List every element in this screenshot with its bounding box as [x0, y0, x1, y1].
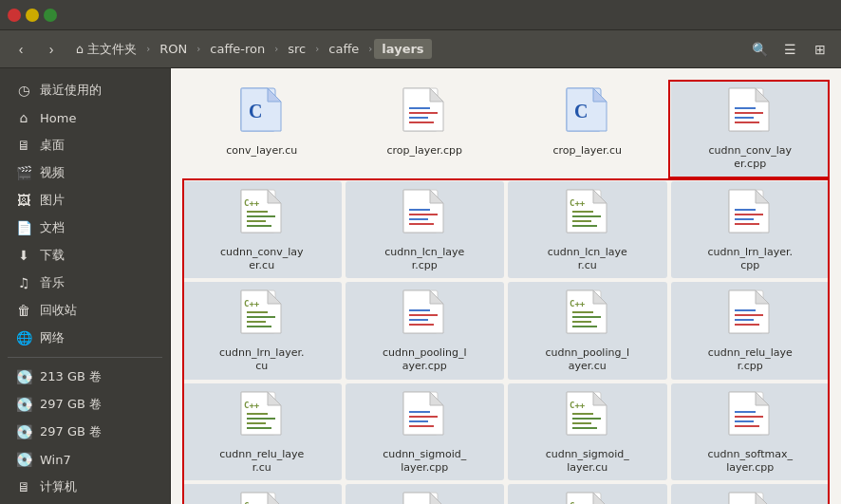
- sidebar-item-music[interactable]: ♫ 音乐: [4, 270, 166, 296]
- sidebar-item-win7[interactable]: 💽 Win7: [4, 446, 166, 473]
- breadcrumb-sep-1: ›: [146, 44, 150, 54]
- file-item[interactable]: C++ cudnn_tanh_layer.: [508, 484, 667, 504]
- drive-icon-4: 💽: [15, 451, 32, 468]
- music-icon: ♫: [15, 274, 32, 291]
- file-item[interactable]: C++ cudnn_pooling_layer.cu: [508, 282, 667, 380]
- sidebar-item-desktop[interactable]: 🖥 桌面: [4, 132, 166, 159]
- breadcrumb-caffe-ron[interactable]: caffe-ron: [202, 39, 272, 59]
- file-item[interactable]: C++ cudnn_softmax_: [182, 484, 342, 504]
- downloads-icon: ⬇: [15, 247, 32, 264]
- breadcrumb-src[interactable]: src: [280, 39, 313, 59]
- sidebar-item-videos[interactable]: 🎬 视频: [4, 159, 166, 186]
- file-icon: C++: [239, 391, 285, 444]
- file-item[interactable]: C++ cudnn_sigmoid_layer.cu: [508, 383, 667, 481]
- file-grid: C conv_layer.cu crop_layer.cpp C crop_la…: [182, 80, 830, 504]
- file-item[interactable]: cudnn_softmax_layer.cpp: [671, 383, 831, 481]
- sidebar-item-downloads[interactable]: ⬇ 下载: [4, 242, 166, 269]
- file-label: cudnn_lcn_layer.cu: [545, 246, 630, 273]
- file-label: cudnn_sigmoid_layer.cu: [545, 448, 630, 476]
- file-icon: [727, 289, 773, 343]
- sidebar-item-recent[interactable]: ◷ 最近使用的: [4, 77, 166, 103]
- back-icon: ‹: [19, 42, 24, 57]
- sidebar-videos-label: 视频: [40, 164, 65, 181]
- file-item[interactable]: crop_layer.cpp: [346, 80, 505, 177]
- window-controls: [8, 9, 57, 22]
- sidebar-desktop-label: 桌面: [40, 137, 65, 154]
- sidebar-item-home[interactable]: ⌂ Home: [4, 104, 166, 131]
- sidebar-win7-label: Win7: [40, 453, 71, 467]
- file-item[interactable]: cudnn_lrn_layer.cpp: [671, 181, 831, 279]
- file-icon: [727, 492, 773, 504]
- file-item[interactable]: C++ cudnn_conv_layer.cu: [182, 181, 342, 279]
- file-label: cudnn_sigmoid_layer.cpp: [382, 448, 467, 476]
- sidebar-item-network[interactable]: 🌐 网络: [4, 325, 166, 351]
- file-item[interactable]: cudnn_sigmoid_layer.cpp: [346, 383, 505, 481]
- breadcrumb-caffe-ron-label: caffe-ron: [210, 42, 265, 56]
- sidebar-item-pictures[interactable]: 🖼 图片: [4, 187, 166, 214]
- svg-text:C++: C++: [244, 198, 260, 208]
- back-button[interactable]: ‹: [8, 36, 34, 63]
- sidebar-item-drive-297b[interactable]: 💽 297 GB 卷: [4, 419, 166, 445]
- file-item[interactable]: cudnn_relu_layer.cpp: [671, 282, 831, 380]
- grid-view-button[interactable]: ⊞: [807, 36, 833, 63]
- search-button[interactable]: 🔍: [746, 36, 773, 63]
- sidebar-network-label: 网络: [40, 329, 65, 346]
- breadcrumb-ron[interactable]: RON: [152, 39, 195, 59]
- svg-text:C++: C++: [570, 299, 586, 308]
- sidebar-item-computer[interactable]: 🖥 计算机: [4, 474, 166, 500]
- file-item[interactable]: cudnn_pooling_layer.cpp: [346, 282, 505, 380]
- sidebar-item-trash[interactable]: 🗑 回收站: [4, 297, 166, 324]
- list-view-button[interactable]: ☰: [776, 36, 803, 63]
- breadcrumb-caffe[interactable]: caffe: [321, 39, 366, 59]
- maximize-button[interactable]: [44, 9, 57, 22]
- title-bar: [0, 0, 841, 30]
- svg-text:C++: C++: [570, 198, 586, 208]
- toolbar-right: 🔍 ☰ ⊞: [746, 36, 833, 63]
- breadcrumb-layers[interactable]: layers: [374, 39, 431, 59]
- file-icon: C++: [239, 289, 285, 343]
- forward-button[interactable]: ›: [38, 36, 65, 63]
- sidebar-item-documents[interactable]: 📄 文档: [4, 215, 166, 241]
- breadcrumb-layers-label: layers: [382, 42, 423, 56]
- file-item[interactable]: cudnn_conv_layer.cpp: [671, 80, 831, 177]
- file-item[interactable]: C conv_layer.cu: [182, 80, 342, 177]
- breadcrumb-home-label: 主文件夹: [87, 41, 137, 58]
- breadcrumb: ⌂ 主文件夹 › RON › caffe-ron › src › caffe ›…: [68, 38, 742, 61]
- desktop-icon: 🖥: [15, 137, 32, 154]
- file-label: cudnn_pooling_layer.cu: [545, 346, 630, 374]
- file-item[interactable]: C++ cudnn_lcn_layer.cu: [508, 181, 667, 279]
- svg-text:C++: C++: [244, 299, 260, 308]
- file-icon: C++: [565, 189, 610, 242]
- file-item[interactable]: C++ cudnn_lrn_layer.cu: [182, 282, 342, 380]
- computer-icon: 🖥: [15, 478, 32, 495]
- file-item[interactable]: C++ cudnn_relu_layer.cu: [182, 383, 342, 481]
- main-layout: ◷ 最近使用的 ⌂ Home 🖥 桌面 🎬 视频 🖼 图片 📄 文档: [0, 68, 841, 504]
- drive-icon-2: 💽: [15, 396, 32, 413]
- sidebar-section-drives: 💽 213 GB 卷 💽 297 GB 卷 💽 297 GB 卷 💽 Win7 …: [0, 364, 170, 500]
- trash-icon: 🗑: [15, 302, 32, 319]
- file-icon: C++: [239, 189, 285, 242]
- minimize-button[interactable]: [26, 9, 39, 22]
- sidebar-home-label: Home: [40, 111, 76, 125]
- breadcrumb-sep-2: ›: [196, 44, 200, 54]
- file-label: cudnn_lrn_layer.cu: [219, 346, 305, 374]
- file-item[interactable]: cudnn_tanh_layer.: [346, 484, 505, 504]
- file-label: cudnn_lrn_layer.cpp: [707, 246, 793, 273]
- sidebar-item-drive-213[interactable]: 💽 213 GB 卷: [4, 364, 166, 390]
- home-icon: ⌂: [15, 109, 32, 126]
- close-button[interactable]: [8, 9, 21, 22]
- file-label: cudnn_conv_layer.cpp: [707, 144, 793, 172]
- file-label: cudnn_relu_layer.cu: [219, 448, 305, 476]
- breadcrumb-home[interactable]: ⌂ 主文件夹: [68, 38, 144, 61]
- sidebar-computer-label: 计算机: [40, 478, 77, 495]
- file-icon: C++: [565, 492, 610, 504]
- svg-text:C: C: [574, 101, 588, 121]
- file-label: cudnn_softmax_layer.cpp: [707, 448, 793, 476]
- sidebar-item-drive-297a[interactable]: 💽 297 GB 卷: [4, 391, 166, 418]
- file-item[interactable]: C crop_layer.cu: [508, 80, 667, 177]
- file-label: crop_layer.cpp: [386, 144, 462, 158]
- file-icon: C: [239, 87, 285, 140]
- sidebar: ◷ 最近使用的 ⌂ Home 🖥 桌面 🎬 视频 🖼 图片 📄 文档: [0, 68, 171, 504]
- file-item[interactable]: data_layer.cpp: [671, 484, 831, 504]
- file-item[interactable]: cudnn_lcn_layer.cpp: [346, 181, 505, 279]
